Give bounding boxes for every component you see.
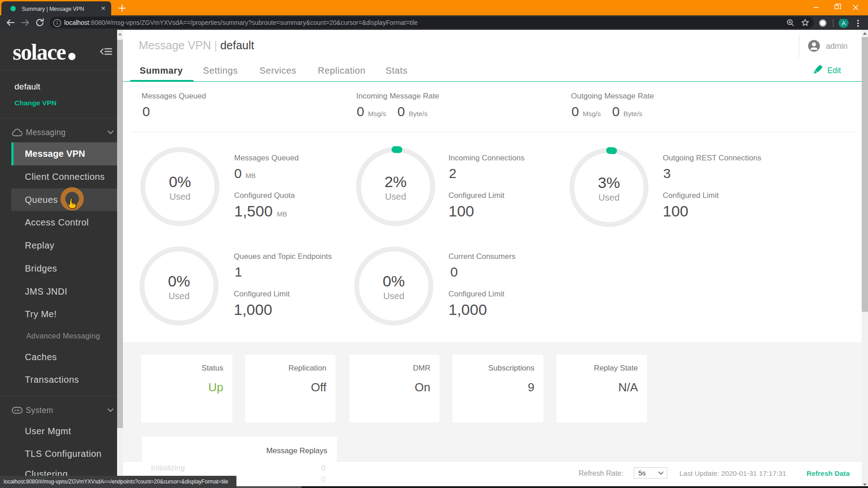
svg-text:A: A: [842, 20, 846, 27]
